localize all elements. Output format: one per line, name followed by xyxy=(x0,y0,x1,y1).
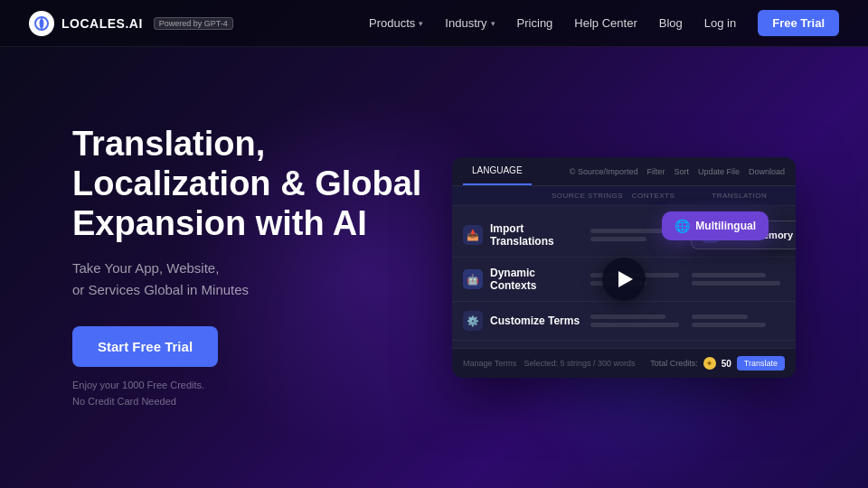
cta-subtext: Enjoy your 1000 Free Credits. No Credit … xyxy=(72,378,452,409)
row-dynamic-contexts: 🤖 Dynamic Contexts xyxy=(452,258,796,302)
footer-credits: Total Credits: ✦ 50 Translate xyxy=(650,356,785,371)
row-line xyxy=(590,314,665,319)
nav-help-center[interactable]: Help Center xyxy=(574,16,637,30)
row-line xyxy=(692,314,748,319)
ai-icon: 🤖 xyxy=(463,269,483,289)
tab-sort[interactable]: Sort xyxy=(674,167,689,176)
tab-language[interactable]: LANGUAGE xyxy=(463,157,532,185)
play-button[interactable] xyxy=(602,258,646,301)
navbar: LOCALES.AI Powered by GPT-4 Products ▾ I… xyxy=(0,0,868,47)
customize-icon: ⚙️ xyxy=(463,311,483,331)
card-tabs: LANGUAGE © Source/Imported Filter Sort U… xyxy=(452,157,796,186)
tab-filter[interactable]: Filter xyxy=(646,167,665,176)
manage-terms-label: Manage Terms xyxy=(463,359,516,368)
tab-source[interactable]: © Source/Imported xyxy=(570,167,638,176)
credits-label: Total Credits: xyxy=(650,359,698,368)
translate-icon: 🌐 xyxy=(675,219,690,233)
credits-amount: 50 xyxy=(722,359,731,369)
play-triangle-icon xyxy=(618,271,633,287)
hero-title: Translation, Localization & Global Expan… xyxy=(72,125,452,243)
card-tab-actions: © Source/Imported Filter Sort Update Fil… xyxy=(570,167,785,176)
import-translations-label: Import Translations xyxy=(490,222,583,248)
nav-blog[interactable]: Blog xyxy=(659,16,683,30)
chevron-down-icon: ▾ xyxy=(419,19,423,28)
multilingual-badge: 🌐 Multilingual xyxy=(662,211,769,240)
nav-login[interactable]: Log in xyxy=(704,16,736,30)
hero-subtitle: Take Your App, Website, or Services Glob… xyxy=(72,258,452,301)
card-footer: Manage Terms Selected: 5 strings / 300 w… xyxy=(452,348,796,378)
col-contexts: CONTEXTS xyxy=(632,192,705,200)
nav-pricing[interactable]: Pricing xyxy=(517,16,553,30)
row-line xyxy=(692,273,767,277)
row-lines-4 xyxy=(692,273,785,286)
col-source-strings: SOURCE STRINGS xyxy=(552,192,625,200)
tab-update-file[interactable]: Update File xyxy=(698,167,740,176)
row-customize-terms: ⚙️ Customize Terms xyxy=(452,302,796,341)
nav-free-trial-button[interactable]: Free Trial xyxy=(758,10,839,36)
selected-info-label: Selected: 5 strings / 300 words xyxy=(524,359,635,368)
chevron-down-icon: ▾ xyxy=(491,19,495,28)
hero-right: 🌐 Multilingual LANGUAGE © Source/Importe… xyxy=(452,157,796,378)
dynamic-contexts-label: Dynamic Contexts xyxy=(490,267,583,292)
ui-card: LANGUAGE © Source/Imported Filter Sort U… xyxy=(452,157,796,378)
row-line xyxy=(590,323,679,327)
import-icon: 📥 xyxy=(463,225,483,245)
tab-download[interactable]: Download xyxy=(749,167,785,176)
logo-text: LOCALES.AI xyxy=(61,16,143,31)
nav-products[interactable]: Products ▾ xyxy=(369,16,423,30)
credits-coin-icon: ✦ xyxy=(703,357,716,370)
row-line xyxy=(692,323,767,327)
card-columns: SOURCE STRINGS CONTEXTS TRANSLATION xyxy=(452,186,796,206)
gpt4-badge: Powered by GPT-4 xyxy=(154,17,233,30)
logo-icon xyxy=(29,11,54,36)
customize-terms-label: Customize Terms xyxy=(490,314,583,327)
row-line xyxy=(692,281,780,286)
row-lines-6 xyxy=(692,314,785,327)
hero-left: Translation, Localization & Global Expan… xyxy=(72,125,452,409)
cta-start-trial-button[interactable]: Start Free Trial xyxy=(72,326,218,367)
col-language xyxy=(463,192,544,200)
row-line xyxy=(590,229,665,233)
logo-area: LOCALES.AI Powered by GPT-4 xyxy=(29,11,233,36)
nav-industry[interactable]: Industry ▾ xyxy=(445,16,495,30)
nav-links: Products ▾ Industry ▾ Pricing Help Cente… xyxy=(369,10,839,36)
col-translation: TRANSLATION xyxy=(712,192,785,200)
translate-button[interactable]: Translate xyxy=(737,356,785,371)
hero-section: Translation, Localization & Global Expan… xyxy=(0,47,868,488)
row-lines-5 xyxy=(590,314,684,327)
row-line xyxy=(590,237,646,241)
